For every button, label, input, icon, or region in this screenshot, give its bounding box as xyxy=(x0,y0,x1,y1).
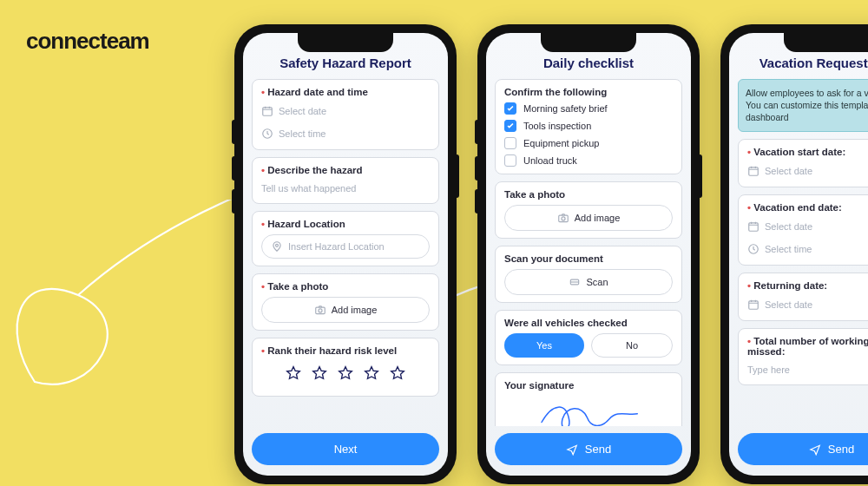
checkbox-label: Morning safety brief xyxy=(523,103,608,114)
field-vacation-start: Vacation start date: Select date xyxy=(738,139,868,187)
pin-icon xyxy=(271,240,283,253)
star-icon[interactable] xyxy=(285,364,302,385)
page-title: Vacation Request Form xyxy=(729,56,868,79)
field-label: Take a photo xyxy=(504,189,673,200)
phone-vacation-request: Vacation Request Form Allow employees to… xyxy=(720,24,868,484)
send-button[interactable]: Send xyxy=(738,433,868,465)
clock-icon xyxy=(261,128,273,140)
button-label: Send xyxy=(585,443,611,456)
send-icon xyxy=(809,443,821,456)
add-image-button[interactable]: Add image xyxy=(261,297,430,323)
checkbox-item[interactable]: Morning safety brief xyxy=(504,102,673,115)
scan-icon xyxy=(569,276,581,288)
calendar-icon xyxy=(747,220,760,233)
field-label: Hazard Location xyxy=(261,219,430,229)
text-input[interactable]: Tell us what happened xyxy=(261,181,430,196)
button-label: Next xyxy=(334,443,358,456)
field-confirm-following: Confirm the following Morning safety bri… xyxy=(495,79,682,174)
checkbox-icon xyxy=(504,102,516,115)
field-label: Describe the hazard xyxy=(261,165,430,175)
date-input[interactable]: Select date xyxy=(747,218,868,235)
date-input[interactable]: Select date xyxy=(261,102,430,120)
phone-daily-checklist: Daily checklist Confirm the following Mo… xyxy=(477,24,700,484)
checkbox-label: Tools inspection xyxy=(523,121,591,131)
star-icon[interactable] xyxy=(337,364,354,385)
yes-button[interactable]: Yes xyxy=(504,333,584,358)
button-label: No xyxy=(626,340,638,351)
field-label: Vacation end date: xyxy=(747,202,868,213)
page-title: Daily checklist xyxy=(486,56,691,79)
calendar-icon xyxy=(747,299,760,311)
add-image-button[interactable]: Add image xyxy=(504,205,673,231)
clock-icon xyxy=(747,243,760,255)
signature-pad[interactable] xyxy=(504,396,673,426)
camera-icon xyxy=(314,304,326,316)
number-input[interactable]: Type here xyxy=(747,362,868,378)
phone-safety-report: Safety Hazard Report Hazard date and tim… xyxy=(234,24,457,484)
checkbox-item[interactable]: Equipment pickup xyxy=(504,137,673,149)
placeholder-text: Select time xyxy=(279,128,326,139)
checkbox-label: Unload truck xyxy=(523,155,577,166)
svg-point-2 xyxy=(276,244,279,246)
next-button[interactable]: Next xyxy=(252,433,439,465)
calendar-icon xyxy=(261,105,273,117)
page-title: Safety Hazard Report xyxy=(243,56,448,79)
placeholder-text: Select time xyxy=(765,244,812,254)
button-label: Scan xyxy=(586,277,608,287)
field-signature: Your signature xyxy=(495,372,682,426)
button-label: Add image xyxy=(332,305,378,315)
checkbox-icon xyxy=(504,120,516,132)
send-button[interactable]: Send xyxy=(495,433,682,465)
placeholder-text: Type here xyxy=(747,364,790,375)
button-label: Send xyxy=(828,443,854,456)
send-icon xyxy=(566,443,578,456)
field-label: Vacation start date: xyxy=(747,147,868,157)
placeholder-text: Tell us what happened xyxy=(261,183,356,194)
field-vacation-end: Vacation end date: Select date Select ti… xyxy=(738,194,868,266)
placeholder-text: Select date xyxy=(279,106,326,116)
checkbox-icon xyxy=(504,154,516,167)
field-vehicles-checked: Were all vehicles checked Yes No xyxy=(495,310,682,365)
svg-point-4 xyxy=(319,309,322,312)
svg-rect-5 xyxy=(558,215,568,222)
field-hazard-location: Hazard Location Insert Hazard Location xyxy=(252,211,439,266)
field-take-photo: Take a photo Add image xyxy=(252,273,439,331)
svg-rect-3 xyxy=(315,307,325,314)
date-input[interactable]: Select date xyxy=(747,162,868,180)
placeholder-text: Insert Hazard Location xyxy=(288,241,385,252)
field-label: Hazard date and time xyxy=(261,87,430,97)
placeholder-text: Select date xyxy=(765,299,812,310)
star-rating[interactable] xyxy=(261,361,430,389)
field-label: Confirm the following xyxy=(504,87,673,97)
star-icon[interactable] xyxy=(311,364,328,385)
star-icon[interactable] xyxy=(363,364,380,385)
checkbox-item[interactable]: Unload truck xyxy=(504,154,673,167)
calendar-icon xyxy=(747,165,760,177)
checkbox-item[interactable]: Tools inspection xyxy=(504,120,673,132)
location-input[interactable]: Insert Hazard Location xyxy=(261,234,430,259)
button-label: Yes xyxy=(536,340,552,351)
scan-button[interactable]: Scan xyxy=(504,269,673,295)
field-rank-risk: Rank their hazard risk level xyxy=(252,338,439,397)
svg-point-6 xyxy=(562,217,565,220)
field-scan-document: Scan your document Scan xyxy=(495,246,682,303)
svg-rect-9 xyxy=(749,222,759,230)
date-input[interactable]: Select date xyxy=(747,296,868,313)
time-input[interactable]: Select time xyxy=(747,240,868,258)
star-icon[interactable] xyxy=(389,364,406,385)
field-days-missed: Total number of working days missed: Typ… xyxy=(738,328,868,385)
field-label: Your signature xyxy=(504,380,673,391)
field-returning-date: Returning date: Select date xyxy=(738,273,868,321)
checkbox-icon xyxy=(504,137,516,149)
time-input[interactable]: Select time xyxy=(261,125,430,142)
field-label: Rank their hazard risk level xyxy=(261,345,430,356)
info-banner: Allow employees to ask for a vacation. Y… xyxy=(738,79,868,132)
brand-logo: connecteam xyxy=(26,28,149,55)
no-button[interactable]: No xyxy=(591,333,673,358)
placeholder-text: Select date xyxy=(765,221,812,232)
field-hazard-datetime: Hazard date and time Select date Select … xyxy=(252,79,439,150)
field-label: Were all vehicles checked xyxy=(504,318,673,328)
field-label: Total number of working days missed: xyxy=(747,336,868,357)
field-label: Take a photo xyxy=(261,281,430,292)
field-take-photo: Take a photo Add image xyxy=(495,181,682,239)
